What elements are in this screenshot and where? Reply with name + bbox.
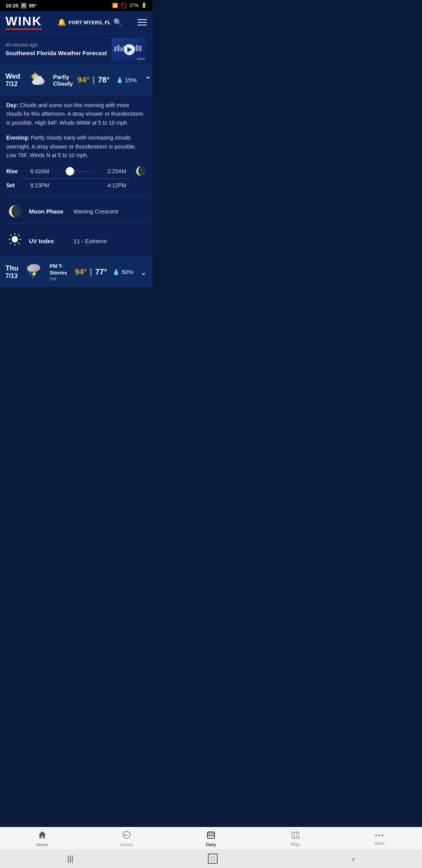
- thu-precip: 💧 50%: [113, 269, 133, 276]
- moon-phase-icon: 🌘: [6, 205, 23, 218]
- logo-underline: [5, 29, 42, 30]
- header-menu[interactable]: [138, 19, 147, 25]
- svg-line-16: [10, 243, 11, 244]
- moon-rise-time: 2:25AM: [104, 168, 136, 174]
- sun-rise-time: 6:42AM: [22, 168, 49, 174]
- section-divider: [6, 196, 146, 196]
- play-button[interactable]: [124, 44, 135, 55]
- forecast-day: Wed: [5, 72, 20, 81]
- news-thumbnail[interactable]: WINK: [112, 38, 147, 61]
- set-row: Set 8:23PM 4:12PM 🌘: [6, 180, 146, 190]
- thu-droplet-icon: 💧: [113, 269, 120, 276]
- logo: WINK: [5, 15, 42, 30]
- battery-text: 37%: [129, 3, 139, 8]
- divider-line: [22, 178, 131, 179]
- app-header: WINK 🔔 FORT MYERS, FL 🔍: [0, 11, 152, 34]
- no-signal-icon: 🚫: [120, 2, 127, 9]
- sun-arc: [49, 166, 104, 177]
- day-label: Day:: [6, 102, 18, 108]
- day-description: Day: Clouds and some sun this morning wi…: [6, 101, 146, 127]
- forecast-date-thu: Thu 7/13: [5, 264, 18, 280]
- svg-line-15: [18, 235, 20, 236]
- svg-point-18: [27, 265, 35, 272]
- moon-phase-label: Moon Phase: [29, 208, 68, 215]
- forecast-date-wed: Wed 7/12: [5, 72, 20, 88]
- forecast-temps: 94° | 78°: [78, 75, 110, 84]
- forecast-condition: Partly Cloudy: [53, 74, 73, 87]
- thu-condition: PM T-Storms PM: [50, 263, 71, 281]
- news-time: 49 minutes ago: [5, 42, 107, 48]
- play-triangle-icon: [127, 47, 132, 52]
- evening-label: Evening:: [6, 135, 29, 141]
- thu-sub-label: PM: [50, 276, 71, 281]
- thu-expand-icon[interactable]: ⌄: [140, 267, 147, 277]
- status-right: 📶 🚫 37% 🔋: [112, 2, 147, 9]
- thu-temp-low: 77°: [95, 267, 107, 276]
- battery-icon: 🔋: [141, 3, 147, 8]
- tstorm-icon: [25, 262, 43, 282]
- svg-line-13: [10, 235, 11, 236]
- svg-point-8: [12, 236, 18, 242]
- uv-index-label: UV Index: [29, 238, 68, 244]
- thu-day: Thu: [5, 264, 18, 273]
- status-temp: 89°: [29, 3, 37, 9]
- section-divider-2: [6, 223, 146, 224]
- moon-phase-value: Waning Crescent: [73, 208, 118, 215]
- status-time: 10:25: [5, 3, 18, 9]
- temp-high: 94°: [78, 75, 89, 84]
- moon-phase-row: 🌘 Moon Phase Waning Crescent: [6, 199, 146, 220]
- thu-date: 7/13: [5, 273, 18, 280]
- news-text: 49 minutes ago Southwest Florida Weather…: [5, 42, 107, 57]
- precip-value: 15%: [125, 77, 137, 83]
- uv-index-icon: [6, 232, 23, 249]
- thu-temp-high: 94°: [75, 267, 87, 276]
- sun-moon-table: Rise 6:42AM 2:25AM 🌘 Set 8:23PM 4:12PM 🌘: [6, 166, 146, 190]
- news-title: Southwest Florida Weather Forecast: [5, 49, 107, 57]
- status-close-icon: ✕: [21, 3, 27, 9]
- news-banner[interactable]: 49 minutes ago Southwest Florida Weather…: [0, 34, 152, 65]
- rise-row: Rise 6:42AM 2:25AM 🌘: [6, 166, 146, 177]
- rise-label: Rise: [6, 168, 22, 174]
- thu-forecast-row[interactable]: Thu 7/13 PM T-Storms PM 94° | 77° 💧 50% …: [0, 256, 152, 287]
- wifi-icon: 📶: [112, 3, 118, 8]
- location-text: FORT MYERS, FL: [68, 20, 111, 25]
- status-bar: 10:25 ✕ 89° 📶 🚫 37% 🔋: [0, 0, 152, 11]
- svg-point-7: [36, 76, 43, 82]
- uv-index-value: 11 - Extreme: [73, 238, 107, 244]
- svg-line-19: [30, 272, 31, 275]
- status-left: 10:25 ✕ 89°: [5, 3, 37, 9]
- set-label: Set: [6, 182, 22, 188]
- wed-forecast-header[interactable]: Wed 7/12 Partly Cloudy 94° | 78° 💧 15% ⌃: [0, 65, 152, 94]
- day-text: Clouds and some sun this morning with mo…: [6, 102, 143, 126]
- bell-icon: 🔔: [57, 18, 66, 27]
- thu-condition-text: PM T-Storms: [50, 263, 71, 276]
- search-icon[interactable]: 🔍: [113, 18, 122, 27]
- uv-index-row: UV Index 11 - Extreme: [6, 227, 146, 252]
- day-detail-box: Day: Clouds and some sun this morning wi…: [0, 94, 152, 256]
- thu-precip-value: 50%: [122, 269, 133, 275]
- precipitation: 💧 15%: [116, 77, 137, 84]
- evening-description: Evening: Partly cloudy early with increa…: [6, 133, 146, 160]
- forecast-date-num: 7/12: [5, 81, 20, 88]
- temp-separator: |: [93, 75, 95, 84]
- moon-crescent-icon: 🌘: [136, 166, 146, 176]
- expand-chevron-icon[interactable]: ⌃: [145, 75, 152, 85]
- logo-text: WINK: [5, 15, 42, 27]
- droplet-icon: 💧: [116, 77, 123, 84]
- sun-set-time: 8:23PM: [22, 182, 49, 188]
- thu-temps: 94° | 77°: [75, 267, 107, 276]
- partly-cloudy-icon: [27, 70, 46, 90]
- moon-set-time: 4:12PM: [104, 182, 136, 188]
- location-display[interactable]: 🔔 FORT MYERS, FL 🔍: [57, 18, 122, 27]
- svg-line-14: [18, 243, 20, 244]
- hamburger-icon[interactable]: [138, 19, 147, 25]
- temp-low: 78°: [98, 75, 109, 84]
